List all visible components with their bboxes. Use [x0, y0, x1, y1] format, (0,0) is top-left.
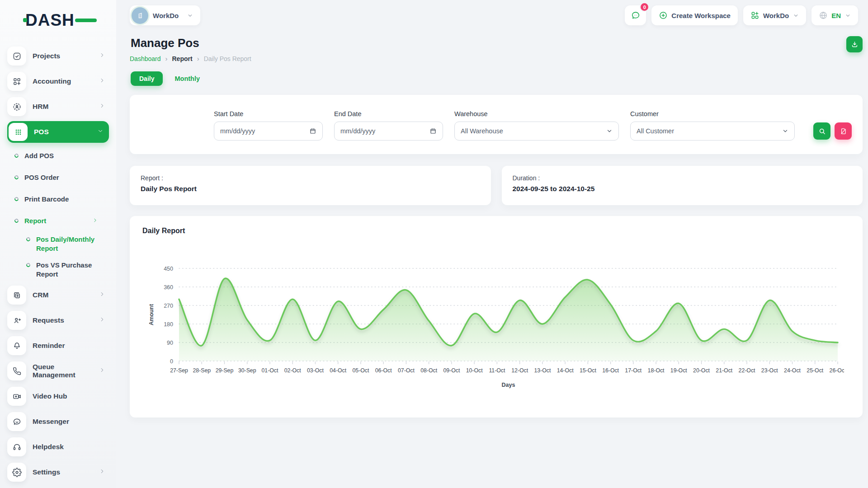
workspace-avatar: [132, 7, 148, 24]
video-camera-icon: [7, 387, 26, 406]
start-date-input[interactable]: mm/dd/yyyy: [214, 122, 323, 141]
sidebar-item-projects[interactable]: Projects: [7, 43, 109, 69]
svg-text:07-Oct: 07-Oct: [398, 367, 415, 374]
sidebar-item-pos-vs-purchase-report[interactable]: Pos VS Purchase Report: [7, 257, 109, 283]
filter-panel: Start Date mm/dd/yyyy End Date mm/dd/yyy…: [130, 95, 863, 154]
start-date-label: Start Date: [214, 110, 323, 117]
sidebar-item-label: Print Barcode: [24, 195, 69, 203]
svg-text:20-Oct: 20-Oct: [693, 367, 710, 374]
grid-plus-icon: [750, 11, 760, 20]
workspace-switcher-button[interactable]: WorkDo: [743, 5, 806, 25]
sidebar-item-label: HRM: [33, 103, 48, 111]
tab-monthly[interactable]: Monthly: [175, 75, 200, 82]
bullet-icon: [14, 153, 19, 158]
summary-cards: Report : Daily Pos Report Duration : 202…: [130, 166, 863, 205]
page-title: Manage Pos: [131, 36, 251, 50]
chevron-down-icon: [606, 128, 613, 134]
svg-text:06-Oct: 06-Oct: [375, 367, 392, 374]
copy-plus-icon: [7, 286, 26, 305]
breadcrumb-separator: ›: [197, 55, 199, 62]
svg-text:10-Oct: 10-Oct: [466, 367, 483, 374]
svg-text:Days: Days: [502, 382, 515, 388]
start-date-field: Start Date mm/dd/yyyy: [214, 110, 323, 141]
language-code: EN: [831, 12, 841, 19]
sidebar-item-video-hub[interactable]: Video Hub: [7, 384, 109, 409]
breadcrumb-separator: ›: [165, 55, 168, 62]
dots-grid-icon: [9, 123, 28, 141]
create-workspace-label: Create Workspace: [671, 12, 731, 19]
reset-filter-button[interactable]: [835, 122, 852, 140]
sidebar-item-pos-daily-monthly-report[interactable]: Pos Daily/Monthly Report: [7, 231, 109, 257]
calendar-icon[interactable]: [309, 127, 316, 135]
customer-value: All Customer: [637, 127, 674, 135]
breadcrumb: Dashboard › Report › Daily Pos Report: [130, 55, 251, 62]
svg-text:30-Sep: 30-Sep: [238, 367, 256, 374]
chevron-right-icon: [99, 52, 105, 60]
svg-text:360: 360: [164, 284, 173, 291]
chat-smile-icon: [7, 412, 26, 431]
sidebar-item-queue-management[interactable]: Queue Management: [7, 358, 109, 384]
logo-dot: [23, 18, 27, 22]
phone-icon: [7, 361, 26, 380]
svg-text:03-Oct: 03-Oct: [307, 367, 324, 374]
svg-text:24-Oct: 24-Oct: [784, 367, 801, 374]
sidebar-item-pos-order[interactable]: POS Order: [7, 166, 109, 188]
sidebar-item-messenger[interactable]: Messenger: [7, 409, 109, 434]
customer-select[interactable]: All Customer: [630, 122, 795, 141]
topbar: WorkDo 0 Create Workspace: [116, 0, 868, 26]
sidebar-item-reminder[interactable]: Reminder: [7, 333, 109, 358]
language-selector[interactable]: EN: [811, 5, 858, 25]
messages-button[interactable]: 0: [625, 5, 646, 25]
sidebar-item-label: Reminder: [33, 342, 65, 350]
report-label: Report :: [141, 174, 480, 182]
gear-icon: [7, 463, 26, 482]
create-workspace-button[interactable]: Create Workspace: [651, 5, 738, 25]
svg-text:12-Oct: 12-Oct: [511, 367, 528, 374]
sidebar-item-print-barcode[interactable]: Print Barcode: [7, 188, 109, 210]
chart-title: Daily Report: [142, 227, 852, 235]
workspace-selector[interactable]: WorkDo: [130, 5, 200, 25]
duration-summary-card: Duration : 2024-09-25 to 2024-10-25: [502, 166, 863, 205]
svg-text:05-Oct: 05-Oct: [352, 367, 369, 374]
chevron-down-icon: [782, 128, 788, 134]
sidebar-item-pos[interactable]: POS: [7, 121, 109, 143]
sidebar-item-label: Settings: [33, 468, 60, 476]
svg-text:0: 0: [170, 358, 173, 365]
sidebar-item-label: POS: [34, 128, 49, 136]
breadcrumb-dashboard[interactable]: Dashboard: [130, 55, 161, 62]
sidebar-item-requests[interactable]: Requests: [7, 308, 109, 333]
sidebar-item-report[interactable]: Report: [7, 210, 109, 231]
calendar-icon[interactable]: [429, 127, 437, 135]
globe-icon: [819, 11, 828, 20]
brand-logo[interactable]: DASH: [25, 11, 84, 30]
sidebar-item-label: POS Order: [24, 174, 59, 181]
chevron-right-icon: [99, 291, 105, 299]
end-date-input[interactable]: mm/dd/yyyy: [334, 122, 443, 141]
svg-text:17-Oct: 17-Oct: [625, 367, 642, 374]
chevron-right-icon: [99, 103, 105, 111]
sidebar-item-settings[interactable]: Settings: [7, 460, 109, 485]
chevron-right-icon: [99, 468, 105, 476]
bullet-icon: [25, 262, 31, 267]
download-report-button[interactable]: [846, 36, 863, 52]
sidebar-item-add-pos[interactable]: Add POS: [7, 145, 109, 166]
search-button[interactable]: [813, 122, 830, 140]
svg-text:15-Oct: 15-Oct: [580, 367, 596, 374]
logo-text: DASH: [25, 11, 75, 29]
sidebar-item-label: Projects: [33, 52, 60, 60]
sidebar-item-crm[interactable]: CRM: [7, 282, 109, 308]
svg-text:180: 180: [164, 321, 173, 328]
customer-field: Customer All Customer: [630, 110, 795, 141]
tab-daily[interactable]: Daily: [131, 71, 163, 86]
svg-text:Amount: Amount: [148, 304, 155, 325]
breadcrumb-report[interactable]: Report: [172, 55, 193, 62]
sidebar-item-accounting[interactable]: Accounting: [7, 69, 109, 94]
sidebar-nav: ProjectsAccountingHRMPOSAdd POSPOS Order…: [7, 43, 109, 485]
sidebar-item-hrm[interactable]: HRM: [7, 94, 109, 119]
filter-actions: [813, 122, 852, 141]
search-icon: [818, 127, 826, 135]
warehouse-select[interactable]: All Warehouse: [454, 122, 619, 141]
sidebar-item-helpdesk[interactable]: Helpdesk: [7, 434, 109, 460]
end-date-value: mm/dd/yyyy: [340, 127, 375, 135]
svg-text:08-Oct: 08-Oct: [420, 367, 437, 374]
